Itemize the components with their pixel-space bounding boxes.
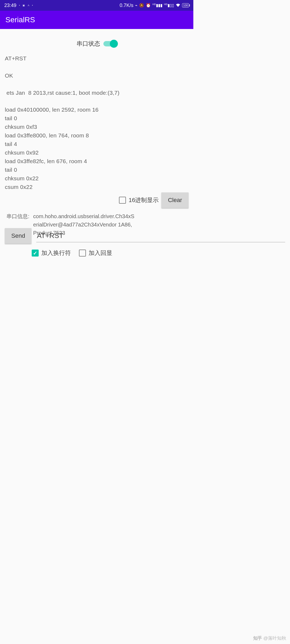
signal-hd2-icon: HD▮▯▯ [164, 3, 174, 8]
wifi-icon [176, 3, 180, 8]
hex-display-checkbox[interactable] [119, 197, 126, 204]
serial-state-toggle[interactable] [103, 41, 117, 46]
add-echo-checkbox[interactable] [79, 250, 86, 257]
app-title: SerialRS [5, 16, 35, 24]
send-button[interactable]: Send [5, 228, 31, 244]
add-newline-checkbox[interactable] [32, 250, 39, 257]
hex-display-label: 16进制显示 [129, 196, 159, 204]
receive-log[interactable]: AT+RST OK ets Jan 8 2013,rst cause:1, bo… [5, 54, 189, 191]
clear-button[interactable]: Clear [161, 192, 189, 208]
status-time: 23:49 [4, 3, 16, 8]
add-echo-label: 加入回显 [89, 249, 112, 257]
notif-dot-icon-2: • [32, 4, 33, 7]
signal-hd-icon: HD▮▮▮ [153, 3, 162, 8]
add-newline-label: 加入换行符 [41, 249, 71, 257]
notif-dot-icon: • [19, 4, 20, 7]
serial-state-label: 串口状态 [77, 40, 100, 48]
status-bar: 23:49 • ▣ A • 0.7K/s ⌁ 🔕 ⏰ HD▮▮▮ HD▮▯▯ 1… [0, 0, 193, 11]
notif-app-icon: ▣ [23, 4, 25, 7]
app-bar: SerialRS [0, 11, 193, 29]
alarm-icon: ⏰ [146, 3, 151, 8]
send-input[interactable] [36, 229, 193, 242]
net-speed: 0.7K/s [120, 3, 133, 8]
dnd-icon: 🔕 [139, 3, 144, 8]
notif-app-icon-2: A [28, 4, 29, 7]
bluetooth-icon: ⌁ [135, 3, 137, 8]
battery-icon: 100 [182, 3, 189, 8]
